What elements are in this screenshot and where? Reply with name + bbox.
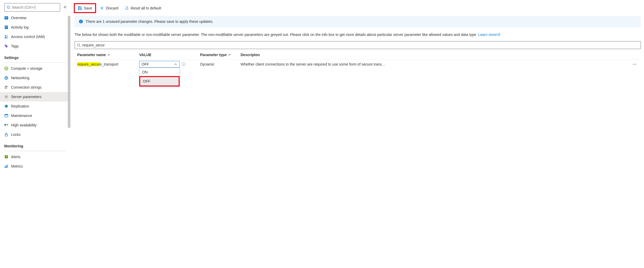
save-button[interactable]: Save [75, 5, 95, 12]
nav-label: Overview [11, 16, 26, 20]
tags-icon [4, 44, 8, 48]
svg-rect-23 [4, 124, 6, 125]
nav-label: Compute + storage [11, 66, 42, 71]
nav-activity-log[interactable]: Activity log [0, 23, 70, 32]
svg-rect-8 [5, 28, 7, 28]
nav-connection-strings[interactable]: Connection strings [0, 83, 70, 92]
discard-button[interactable]: Discard [97, 5, 121, 12]
nav-overview[interactable]: Overview [0, 13, 70, 23]
page-description: The below list shows both the modifiable… [75, 32, 641, 37]
col-label: Parameter type [200, 53, 227, 57]
svg-line-1 [9, 8, 10, 9]
svg-point-10 [7, 36, 8, 37]
col-parameter-type[interactable]: Parameter type [200, 53, 241, 57]
reset-icon [124, 6, 129, 10]
sidebar-search[interactable] [4, 3, 60, 12]
save-label: Save [84, 6, 92, 10]
reset-label: Reset all to default [131, 6, 161, 10]
maintenance-icon [4, 114, 8, 118]
sidebar: Overview Activity log Access control (IA… [0, 0, 70, 268]
nav-networking[interactable]: Networking [0, 73, 70, 83]
col-label: VALUE [139, 53, 151, 57]
parameter-type-cell: Dynamic [200, 62, 241, 66]
sidebar-search-input[interactable] [12, 5, 58, 9]
reset-button[interactable]: Reset all to default [122, 5, 164, 12]
nav-label: Metrics [11, 164, 23, 168]
nav-compute-storage[interactable]: Compute + storage [0, 64, 70, 73]
save-highlight-box: Save [74, 3, 96, 13]
svg-rect-27 [5, 134, 8, 136]
nav-alerts[interactable]: Alerts [0, 152, 70, 162]
col-parameter-name[interactable]: Parameter name [77, 53, 139, 57]
banner-text: There are 1 unsaved parameter changes. P… [86, 19, 213, 24]
parameter-filter[interactable] [75, 41, 641, 49]
parameter-info-icon[interactable]: i [182, 62, 185, 66]
name-highlight: require_secur [77, 62, 100, 66]
svg-rect-33 [7, 165, 8, 168]
metrics-icon [4, 164, 8, 168]
sort-icon [228, 53, 231, 57]
svg-point-40 [81, 20, 81, 21]
parameter-name-cell: require_secure_transport [77, 62, 139, 66]
svg-rect-39 [81, 21, 81, 23]
discard-label: Discard [106, 6, 118, 10]
dropdown-option-off[interactable]: OFF [140, 77, 179, 85]
svg-point-13 [6, 68, 7, 69]
filter-search-icon [77, 43, 81, 47]
replication-icon [4, 104, 8, 108]
nav-label: Server parameters [11, 95, 41, 99]
svg-point-18 [7, 86, 8, 87]
nav-maintenance[interactable]: Maintenance [0, 111, 70, 120]
high-availability-icon [4, 123, 8, 127]
grid-header: Parameter name VALUE Parameter type Desc… [75, 50, 641, 60]
monitoring-header: Monitoring [0, 139, 70, 150]
row-more-button[interactable]: ··· [631, 62, 638, 66]
value-dropdown[interactable]: OFF [139, 61, 180, 68]
svg-rect-35 [79, 8, 81, 10]
desc-text: Whether client connections to the server… [241, 62, 631, 66]
parameter-filter-input[interactable] [82, 43, 638, 47]
divider [4, 62, 66, 63]
svg-rect-29 [6, 156, 7, 157]
svg-rect-6 [5, 26, 7, 26]
chevron-up-icon [174, 63, 177, 66]
search-icon [7, 6, 10, 9]
parameter-value-cell: OFF i ON OFF [139, 61, 200, 68]
svg-line-41 [499, 34, 500, 35]
sidebar-scrollbar[interactable] [68, 16, 70, 128]
collapse-sidebar-button[interactable] [62, 4, 69, 11]
col-value: VALUE [139, 53, 200, 57]
svg-rect-31 [5, 166, 6, 168]
svg-rect-32 [6, 165, 7, 168]
compute-storage-icon [4, 66, 8, 71]
type-text: Dynamic [200, 62, 214, 66]
divider [4, 151, 66, 151]
info-icon [79, 19, 83, 24]
dropdown-option-on[interactable]: ON [139, 68, 179, 76]
nav-label: Replication [11, 104, 29, 108]
nav-replication[interactable]: Replication [0, 101, 70, 111]
nav-label: Locks [11, 132, 21, 137]
nav-server-parameters[interactable]: Server parameters [0, 92, 70, 101]
nav-label: Alerts [11, 155, 20, 159]
nav-label: Tags [11, 44, 19, 48]
access-control-icon [4, 35, 8, 39]
learn-more-text: Learn more [478, 33, 497, 37]
nav-metrics[interactable]: Metrics [0, 162, 70, 171]
off-highlight-box: OFF [139, 76, 180, 87]
nav-tags[interactable]: Tags [0, 41, 70, 51]
external-link-icon [497, 33, 500, 36]
svg-point-19 [6, 96, 7, 98]
col-label: Parameter name [77, 53, 106, 57]
svg-rect-26 [7, 126, 8, 126]
svg-point-11 [5, 45, 6, 46]
nav-access-control[interactable]: Access control (IAM) [0, 32, 70, 41]
nav-high-availability[interactable]: High availability [0, 120, 70, 130]
nav-locks[interactable]: Locks [0, 130, 70, 139]
learn-more-link[interactable]: Learn more [478, 33, 501, 37]
unsaved-changes-banner: There are 1 unsaved parameter changes. P… [75, 16, 641, 27]
main-content: Save Discard Reset all to default There … [70, 0, 644, 268]
chevron-double-left-icon [63, 5, 67, 9]
toolbar: Save Discard Reset all to default [75, 2, 642, 16]
nav-label: High availability [11, 123, 37, 127]
